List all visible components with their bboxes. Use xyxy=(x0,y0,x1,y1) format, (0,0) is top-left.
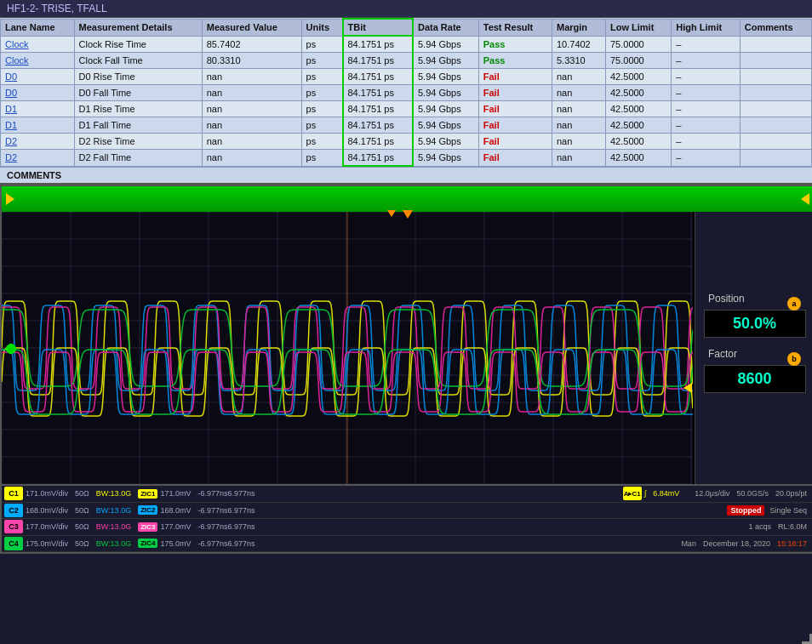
factor-value: 8600 xyxy=(704,365,806,393)
comments-cell xyxy=(740,117,811,134)
col-result: Test Result xyxy=(478,19,552,36)
col-tbit: TBit xyxy=(343,19,413,36)
right-arrow-marker xyxy=(801,193,809,205)
ch3-zic: ZIC3 xyxy=(138,522,157,532)
col-low: Low Limit xyxy=(605,19,671,36)
lane-cell[interactable]: Clock xyxy=(1,36,75,53)
value-cell: 80.3310 xyxy=(202,53,301,69)
oscilloscope: Position a 50.0% Factor b 8600 C1 171.0m… xyxy=(0,185,812,554)
margin-cell: 10.7402 xyxy=(552,36,605,53)
high-cell: – xyxy=(672,69,740,85)
lane-cell[interactable]: D0 xyxy=(1,69,75,85)
col-datarate: Data Rate xyxy=(413,19,478,36)
result-cell: Fail xyxy=(478,134,552,150)
col-measurement: Measurement Details xyxy=(74,19,202,36)
low-cell: 42.5000 xyxy=(605,85,671,101)
scope-display: Position a 50.0% Factor b 8600 C1 171.0m… xyxy=(2,186,812,552)
tbit-cell: 84.1751 ps xyxy=(343,36,413,53)
units-cell: ps xyxy=(301,53,342,69)
comments-cell xyxy=(740,85,811,101)
resize-handle[interactable] xyxy=(802,634,812,644)
datarate-cell: 5.94 Gbps xyxy=(413,36,478,53)
datarate-cell: 5.94 Gbps xyxy=(413,53,478,69)
lane-cell[interactable]: D2 xyxy=(1,150,75,167)
lane-cell[interactable]: D1 xyxy=(1,101,75,117)
low-cell: 42.5000 xyxy=(605,134,671,150)
lane-link[interactable]: D1 xyxy=(5,120,17,130)
tbit-cell: 84.1751 ps xyxy=(343,134,413,150)
sample-rate: 50.0GS/s xyxy=(736,489,769,498)
ch3-zicval: 177.0mV xyxy=(160,522,191,531)
factor-label: Factor xyxy=(708,348,737,360)
high-cell: – xyxy=(672,150,740,167)
low-cell: 75.0000 xyxy=(605,53,671,69)
lane-link[interactable]: D2 xyxy=(5,136,17,146)
position-row: Position a xyxy=(704,293,805,306)
ch1-status-row: C1 171.0mV/div 50Ω BW:13.0G ZIC1 171.0mV… xyxy=(2,486,812,503)
factor-row: Factor b xyxy=(704,348,805,362)
ch2-zicval: 168.0mV xyxy=(160,506,191,515)
datarate-cell: 5.94 Gbps xyxy=(413,69,478,85)
datarate-cell: 5.94 Gbps xyxy=(413,101,478,117)
lane-cell[interactable]: D2 xyxy=(1,134,75,150)
table-section: Lane Name Measurement Details Measured V… xyxy=(0,18,812,167)
high-cell: – xyxy=(672,134,740,150)
lane-link[interactable]: Clock xyxy=(5,39,29,49)
units-cell: ps xyxy=(301,69,342,85)
ch1-zic: ZIC1 xyxy=(138,489,157,499)
ch4-time: -6.977ns6.977ns xyxy=(198,539,255,548)
ch4-badge: C4 xyxy=(4,537,23,550)
ch1-integral-icon: ∫ xyxy=(644,489,646,498)
margin-cell: 5.3310 xyxy=(552,53,605,69)
left-arrow-marker xyxy=(6,193,14,205)
datarate-cell: 5.94 Gbps xyxy=(413,117,478,134)
ch3-vdiv: 177.0mV/div xyxy=(26,522,68,531)
cursor-triangle-1 xyxy=(403,210,413,219)
ch1-ohm: 50Ω xyxy=(75,489,89,498)
margin-cell: nan xyxy=(552,134,605,150)
table-row: Clock Clock Fall Time 80.3310 ps 84.1751… xyxy=(1,53,812,69)
high-cell: – xyxy=(672,85,740,101)
ch4-zic: ZIC4 xyxy=(138,539,157,548)
high-cell: – xyxy=(672,101,740,117)
right-panel: Position a 50.0% Factor b 8600 xyxy=(695,212,812,484)
ch2-zic: ZIC2 xyxy=(138,505,157,515)
table-row: D0 D0 Rise Time nan ps 84.1751 ps 5.94 G… xyxy=(1,69,812,85)
trigger-bar xyxy=(2,186,812,212)
high-cell: – xyxy=(672,117,740,134)
ch1-cursor-area: A▸C1 ∫ 6.84mV xyxy=(620,487,687,500)
lane-cell[interactable]: D0 xyxy=(1,85,75,101)
mode-text: Single Seq xyxy=(769,506,807,515)
table-row: D1 D1 Rise Time nan ps 84.1751 ps 5.94 G… xyxy=(1,101,812,117)
value-cell: nan xyxy=(202,150,301,167)
lane-link[interactable]: D0 xyxy=(5,71,17,82)
timebase: 12.0μs/div xyxy=(695,489,729,498)
ch1-bw: BW:13.0G xyxy=(96,489,131,498)
result-cell: Fail xyxy=(478,69,552,85)
tbit-cell: 84.1751 ps xyxy=(343,117,413,134)
table-row: D1 D1 Fall Time nan ps 84.1751 ps 5.94 G… xyxy=(1,117,812,134)
badge-b: b xyxy=(787,352,801,366)
pts: 20.0ps/pt xyxy=(775,489,807,498)
measurement-cell: D0 Rise Time xyxy=(74,69,202,85)
lane-link[interactable]: D1 xyxy=(5,104,17,114)
rl-text: RL:6.0M xyxy=(778,522,807,531)
col-lane: Lane Name xyxy=(1,19,75,36)
lane-cell[interactable]: Clock xyxy=(1,53,75,69)
lane-link[interactable]: D2 xyxy=(5,152,17,162)
comments-cell xyxy=(740,36,811,53)
results-table: Lane Name Measurement Details Measured V… xyxy=(0,18,812,167)
col-comments: Comments xyxy=(740,19,811,36)
position-label: Position xyxy=(708,293,745,305)
cursor-triangle-2 xyxy=(387,210,396,217)
ch1-badge: C1 xyxy=(4,487,23,500)
position-value: 50.0% xyxy=(704,310,806,338)
table-row: D2 D2 Fall Time nan ps 84.1751 ps 5.94 G… xyxy=(1,150,812,167)
tbit-cell: 84.1751 ps xyxy=(343,53,413,69)
lane-cell[interactable]: D1 xyxy=(1,117,75,134)
ch2-badge: C2 xyxy=(4,504,23,517)
time-text: 15:16:17 xyxy=(777,539,807,548)
measurement-cell: D0 Fall Time xyxy=(74,85,202,101)
lane-link[interactable]: D0 xyxy=(5,88,17,98)
lane-link[interactable]: Clock xyxy=(5,55,29,66)
